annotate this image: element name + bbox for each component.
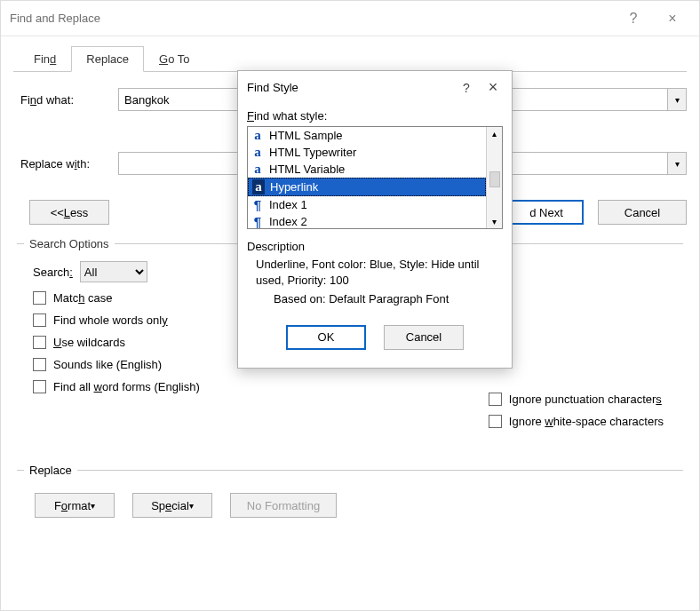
paragraph-icon: ¶ (251, 214, 264, 229)
description-label: Description (247, 240, 503, 253)
checkbox-icon (489, 415, 502, 428)
checkbox-icon (489, 393, 502, 406)
whole-words-checkbox[interactable]: Find whole words only (33, 313, 200, 327)
dialog-title: Find Style (247, 81, 298, 94)
checkbox-icon (33, 380, 46, 393)
titlebar: Find and Replace ? × (1, 1, 699, 36)
less-button[interactable]: << Less (29, 200, 109, 225)
tab-goto[interactable]: Go To (144, 46, 204, 72)
description-text-1: Underline, Font color: Blue, Style: Hide… (256, 257, 503, 288)
prefix-option-fragment: efix (489, 323, 664, 337)
window-title: Find and Replace (10, 12, 100, 25)
style-list-item[interactable]: aHTML Variable (248, 161, 486, 178)
use-wildcards-checkbox[interactable]: Use wildcards (33, 336, 200, 349)
tab-find[interactable]: Find (19, 46, 71, 72)
find-replace-window: Find and Replace ? × Find Replace Go To … (0, 0, 700, 611)
checkbox-icon (33, 291, 46, 305)
replace-bar-group: Replace Format Special No Formatting (17, 464, 683, 518)
style-list-item-label: Index 2 (269, 215, 307, 228)
style-list-item-label: HTML Typewriter (269, 146, 356, 159)
find-style-dialog: Find Style ? × Find what style: aHTML Sa… (237, 70, 513, 369)
sounds-like-checkbox[interactable]: Sounds like (English) (33, 358, 200, 371)
no-formatting-button: No Formatting (230, 493, 337, 518)
character-icon: a (251, 162, 264, 177)
dialog-close-button[interactable]: × (480, 78, 506, 97)
help-button[interactable]: ? (614, 11, 653, 27)
search-direction-select[interactable]: All (80, 261, 147, 282)
style-list-item[interactable]: aHTML Sample (248, 127, 486, 144)
special-button[interactable]: Special (132, 493, 212, 518)
word-forms-checkbox[interactable]: Find all word forms (English) (33, 380, 200, 393)
character-icon: a (251, 128, 264, 143)
style-list-item-label: HTML Sample (269, 129, 343, 142)
dialog-ok-button[interactable]: OK (286, 325, 366, 350)
scroll-thumb[interactable] (489, 171, 500, 187)
description-text-2: Based on: Default Paragraph Font (274, 291, 503, 307)
find-style-label: Find what style: (247, 109, 503, 123)
replace-with-dropdown[interactable]: ▾ (667, 152, 687, 175)
find-what-label: Find what: (20, 93, 118, 107)
character-icon: a (252, 179, 265, 194)
dialog-titlebar: Find Style ? × (238, 71, 512, 104)
style-list-item[interactable]: ¶Index 2 (248, 213, 486, 230)
style-list-item-label: Hyperlink (270, 180, 318, 194)
scroll-down-icon[interactable]: ▾ (492, 217, 497, 226)
checkbox-icon (33, 358, 46, 371)
style-listbox[interactable]: aHTML SampleaHTML TypewriteraHTML Variab… (247, 126, 503, 229)
paragraph-icon: ¶ (251, 197, 264, 212)
search-options-legend: Search Options (24, 237, 115, 250)
find-what-dropdown[interactable]: ▾ (667, 88, 687, 111)
find-next-button[interactable]: d Next (509, 200, 584, 225)
dialog-cancel-button[interactable]: Cancel (384, 325, 464, 350)
style-list-item[interactable]: aHyperlink (248, 178, 486, 196)
scrollbar[interactable]: ▴ ▾ (486, 127, 502, 228)
style-list-item[interactable]: aHTML Typewriter (248, 144, 486, 161)
suffix-option-fragment: ffix (489, 345, 664, 359)
ignore-whitespace-checkbox[interactable]: Ignore white-space characters (489, 415, 664, 428)
tabs: Find Replace Go To (13, 45, 687, 71)
format-button[interactable]: Format (35, 493, 115, 518)
checkbox-icon (33, 313, 46, 327)
character-icon: a (251, 145, 264, 160)
match-case-checkbox[interactable]: Match case (33, 291, 200, 305)
replace-with-label: Replace with: (20, 157, 118, 171)
style-list-item-label: Index 1 (269, 198, 307, 211)
tab-replace[interactable]: Replace (71, 46, 144, 72)
close-button[interactable]: × (653, 11, 692, 27)
scroll-up-icon[interactable]: ▴ (492, 129, 497, 139)
style-list-item-label: HTML Variable (269, 163, 345, 176)
style-list-item[interactable]: ¶Index 1 (248, 196, 486, 213)
checkbox-icon (33, 336, 46, 349)
cancel-button[interactable]: Cancel (598, 200, 687, 225)
search-direction-label: Search: (33, 266, 73, 279)
replace-bar-legend: Replace (24, 464, 77, 477)
ignore-punctuation-checkbox[interactable]: Ignore punctuation characters (489, 393, 664, 406)
dialog-help-button[interactable]: ? (453, 81, 480, 95)
